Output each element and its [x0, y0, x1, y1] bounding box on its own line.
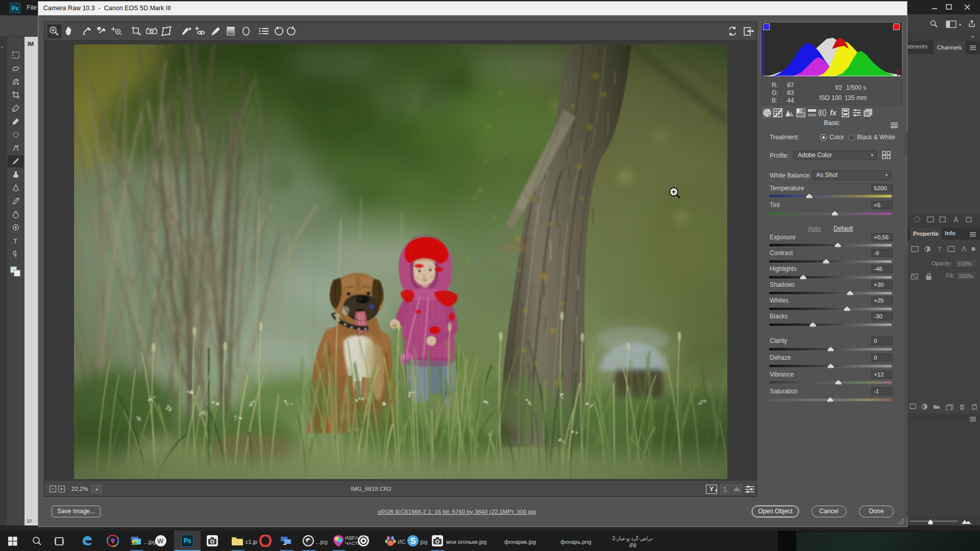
svg-text:fx: fx	[830, 109, 837, 117]
svg-text:T: T	[938, 246, 942, 253]
svg-text:T: T	[13, 237, 17, 245]
